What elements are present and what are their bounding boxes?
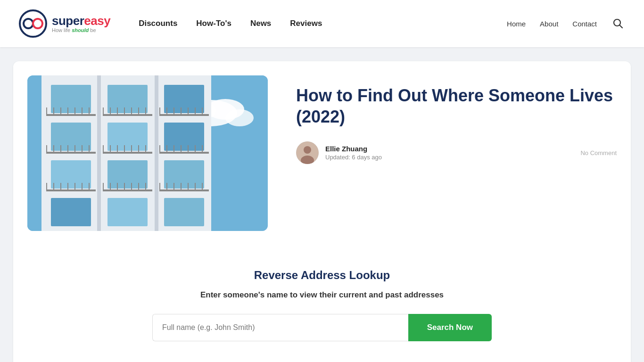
svg-rect-94 <box>51 198 91 226</box>
svg-rect-96 <box>164 198 204 226</box>
article-card: How to Find Out Where Someone Lives (202… <box>13 61 631 362</box>
author-info: Ellie Zhuang Updated: 6 days ago <box>325 145 382 161</box>
search-icon <box>613 18 623 29</box>
svg-rect-27 <box>110 107 111 116</box>
svg-rect-86 <box>145 183 146 191</box>
svg-rect-42 <box>164 123 204 151</box>
svg-rect-19 <box>46 107 47 116</box>
nav-link-howtos[interactable]: How-To's <box>196 19 231 28</box>
lookup-subtitle: Enter someone's name to view their curre… <box>27 290 617 300</box>
svg-rect-75 <box>60 183 61 191</box>
author-name: Ellie Zhuang <box>325 145 382 153</box>
svg-rect-13 <box>51 85 91 113</box>
svg-rect-57 <box>131 145 132 154</box>
svg-rect-12 <box>155 75 158 231</box>
svg-rect-80 <box>103 183 104 191</box>
logo[interactable]: supereasy How life should be <box>19 9 110 38</box>
svg-rect-21 <box>60 107 61 116</box>
svg-rect-40 <box>51 123 91 151</box>
logo-super: super <box>52 14 84 28</box>
svg-rect-41 <box>107 123 148 151</box>
svg-rect-67 <box>51 160 91 189</box>
nav-link-about[interactable]: About <box>540 20 558 28</box>
svg-rect-68 <box>107 160 148 189</box>
svg-rect-14 <box>107 85 148 113</box>
nav-link-reviews[interactable]: Reviews <box>290 19 322 28</box>
author-updated: Updated: 6 days ago <box>325 154 382 161</box>
svg-rect-84 <box>131 183 132 191</box>
svg-rect-48 <box>60 145 61 154</box>
svg-rect-15 <box>164 85 204 113</box>
lookup-form: Search Now <box>152 314 492 341</box>
logo-tagline: How life should be <box>52 28 110 33</box>
svg-rect-93 <box>202 183 203 191</box>
svg-rect-36 <box>181 107 182 116</box>
svg-rect-83 <box>124 183 125 191</box>
article-hero: How to Find Out Where Someone Lives (202… <box>27 75 617 231</box>
svg-rect-69 <box>164 160 204 189</box>
svg-rect-26 <box>103 107 104 116</box>
nav-link-home[interactable]: Home <box>507 20 526 28</box>
svg-rect-92 <box>195 183 196 191</box>
name-search-input[interactable] <box>152 314 408 341</box>
svg-rect-22 <box>67 107 68 116</box>
lookup-widget: Reverse Address Lookup Enter someone's n… <box>27 259 617 351</box>
no-comment-label: No Comment <box>580 149 617 156</box>
svg-rect-24 <box>82 107 83 116</box>
svg-rect-25 <box>89 107 90 116</box>
svg-rect-73 <box>46 183 47 191</box>
svg-rect-90 <box>181 183 182 191</box>
svg-rect-33 <box>159 107 160 116</box>
svg-rect-55 <box>117 145 118 154</box>
svg-rect-20 <box>53 107 54 116</box>
site-header: supereasy How life should be Discounts H… <box>0 0 644 47</box>
nav-link-news[interactable]: News <box>250 19 271 28</box>
article-image <box>27 75 268 231</box>
svg-rect-29 <box>124 107 125 116</box>
svg-rect-54 <box>110 145 111 154</box>
author-row: Ellie Zhuang Updated: 6 days ago No Comm… <box>296 141 617 164</box>
svg-rect-79 <box>89 183 90 191</box>
svg-rect-31 <box>138 107 139 116</box>
svg-rect-39 <box>202 107 203 116</box>
svg-rect-35 <box>173 107 174 116</box>
svg-rect-63 <box>181 145 182 154</box>
nav-link-contact[interactable]: Contact <box>572 20 597 28</box>
svg-line-4 <box>620 25 623 28</box>
svg-rect-32 <box>145 107 146 116</box>
article-meta: How to Find Out Where Someone Lives (202… <box>296 75 617 168</box>
svg-rect-81 <box>110 183 111 191</box>
svg-rect-78 <box>82 183 83 191</box>
search-button[interactable] <box>611 16 625 31</box>
svg-rect-74 <box>53 183 54 191</box>
svg-rect-47 <box>53 145 54 154</box>
svg-rect-50 <box>74 145 75 154</box>
lookup-title: Reverse Address Lookup <box>27 269 617 282</box>
svg-rect-30 <box>131 107 132 116</box>
svg-rect-28 <box>117 107 118 116</box>
svg-rect-51 <box>82 145 83 154</box>
svg-rect-66 <box>202 145 203 154</box>
svg-rect-38 <box>195 107 196 116</box>
search-now-button[interactable]: Search Now <box>408 314 492 341</box>
logo-text: supereasy How life should be <box>52 15 110 33</box>
svg-rect-76 <box>67 183 68 191</box>
svg-point-98 <box>304 146 311 154</box>
svg-point-1 <box>24 19 33 28</box>
main-content: How to Find Out Where Someone Lives (202… <box>0 47 644 362</box>
svg-rect-58 <box>138 145 139 154</box>
nav-link-discounts[interactable]: Discounts <box>139 19 177 28</box>
svg-rect-60 <box>159 145 160 154</box>
svg-rect-49 <box>67 145 68 154</box>
svg-rect-89 <box>173 183 174 191</box>
svg-rect-34 <box>166 107 167 116</box>
svg-rect-46 <box>46 145 47 154</box>
logo-icon <box>19 9 47 38</box>
svg-rect-87 <box>159 183 160 191</box>
svg-rect-62 <box>173 145 174 154</box>
svg-rect-64 <box>188 145 189 154</box>
article-title: How to Find Out Where Someone Lives (202… <box>296 85 617 127</box>
main-nav: Discounts How-To's News Reviews <box>139 19 507 28</box>
author-avatar <box>296 141 319 164</box>
svg-point-9 <box>225 109 254 126</box>
